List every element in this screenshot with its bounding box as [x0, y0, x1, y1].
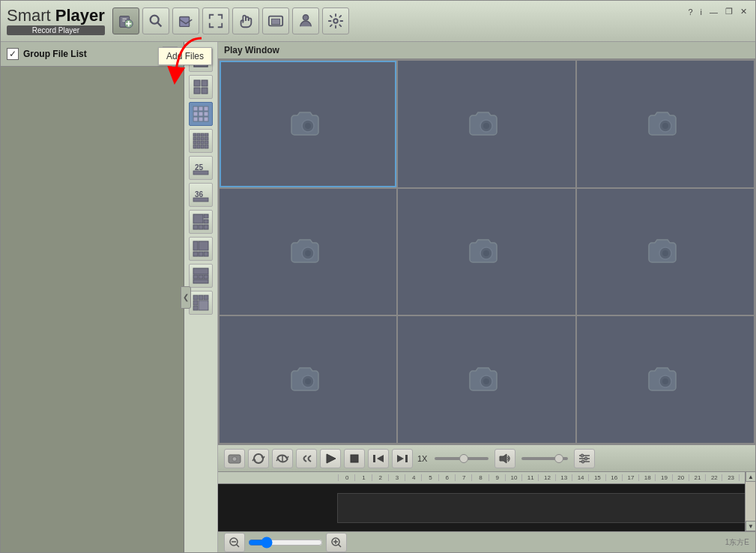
restore-button[interactable]: ❐ — [723, 7, 735, 16]
video-cell-0[interactable] — [220, 61, 396, 187]
layout-mixed1-button[interactable] — [189, 210, 213, 234]
prev-frame-button[interactable] — [368, 449, 389, 468]
svg-rect-39 — [193, 137, 196, 140]
audio-settings-button[interactable] — [574, 449, 595, 468]
zoom-in-button[interactable] — [326, 533, 347, 552]
left-sidebar: Group File List — [1, 42, 184, 552]
layout-mixed2-icon — [193, 241, 209, 257]
speed-slider[interactable] — [432, 453, 492, 465]
scrollbar-down-button[interactable]: ▼ — [746, 521, 755, 531]
svg-point-88 — [662, 250, 668, 256]
video-cell-8[interactable] — [577, 316, 754, 443]
video-cell-2[interactable] — [577, 61, 754, 187]
ruler-mark-4: 4 — [405, 474, 421, 481]
camera-icon-6 — [290, 360, 326, 399]
svg-rect-32 — [193, 117, 198, 121]
hand-button[interactable] — [232, 7, 259, 34]
main-area: Group File List ❮ — [1, 42, 755, 552]
app-title-player: Player — [55, 6, 105, 25]
scrollbar-up-button[interactable]: ▲ — [746, 471, 755, 482]
svg-rect-62 — [199, 241, 208, 250]
svg-rect-65 — [204, 252, 208, 256]
svg-rect-73 — [204, 295, 208, 300]
svg-rect-27 — [199, 106, 203, 111]
rewind-icon — [300, 453, 313, 465]
layout-36-button[interactable]: 36 — [189, 183, 213, 207]
speed-label: 1X — [417, 454, 427, 463]
svg-rect-52 — [193, 171, 208, 175]
video-cell-5[interactable] — [577, 189, 754, 315]
zoom-out-button[interactable] — [224, 533, 245, 552]
sync-button[interactable] — [272, 449, 293, 468]
svg-rect-75 — [199, 300, 208, 310]
watermark: 1东方E — [725, 537, 749, 548]
timeline-track[interactable] — [337, 493, 752, 523]
snapshot-button[interactable] — [224, 449, 245, 468]
layout-4x4-button[interactable] — [189, 129, 213, 153]
svg-point-82 — [662, 123, 668, 129]
add-files-button[interactable] — [112, 7, 139, 34]
svg-rect-71 — [193, 295, 198, 300]
play-button[interactable] — [320, 449, 341, 468]
layout-mixed1-icon — [193, 214, 209, 230]
fullscreen-button[interactable] — [202, 7, 229, 34]
layout-mixed4-button[interactable] — [189, 291, 213, 315]
app-title-smart: Smart — [7, 6, 51, 25]
video-cell-6[interactable] — [220, 316, 396, 443]
minimize-button[interactable]: — — [707, 7, 720, 16]
svg-rect-59 — [199, 225, 203, 229]
ruler-mark-18: 18 — [638, 474, 655, 481]
video-cell-1[interactable] — [398, 61, 575, 187]
ruler-mark-9: 9 — [489, 474, 505, 481]
settings-button[interactable] — [322, 7, 349, 34]
sidebar-title: Group File List — [23, 49, 158, 59]
layout-mixed3-button[interactable] — [189, 264, 213, 288]
next-frame-button[interactable] — [392, 449, 413, 468]
svg-rect-55 — [193, 214, 203, 223]
sidebar-collapse-handle[interactable]: ❮ — [181, 286, 191, 309]
video-cell-7[interactable] — [398, 316, 575, 443]
svg-rect-10 — [271, 19, 279, 24]
svg-rect-46 — [205, 141, 208, 144]
layout-mixed2-button[interactable] — [189, 237, 213, 261]
svg-point-92 — [483, 378, 489, 384]
fit-button[interactable] — [262, 7, 289, 34]
camera-icon-8 — [647, 360, 683, 399]
layout-36-icon: 36 — [193, 187, 209, 203]
svg-rect-63 — [193, 252, 198, 256]
svg-marker-104 — [500, 454, 506, 463]
svg-rect-102 — [405, 455, 408, 462]
layout-3x3-button[interactable] — [189, 102, 213, 126]
timeline-scrollbar[interactable]: ▲ ▼ — [745, 471, 755, 531]
svg-text:36: 36 — [195, 190, 204, 199]
help-button[interactable]: ? — [686, 7, 695, 16]
video-cell-4[interactable] — [398, 189, 575, 315]
timeline-content[interactable] — [218, 484, 755, 531]
rewind-button[interactable] — [296, 449, 317, 468]
person-button[interactable] — [292, 7, 319, 34]
ruler-mark-21: 21 — [689, 474, 705, 481]
layout-25-button[interactable]: 25 — [189, 156, 213, 180]
play-area: Play Window — [218, 42, 755, 552]
svg-rect-50 — [205, 145, 208, 148]
search-button[interactable] — [142, 7, 169, 34]
loop-button[interactable] — [248, 449, 269, 468]
info-button[interactable]: i — [698, 7, 704, 16]
stop-button[interactable] — [344, 449, 365, 468]
open-file-button[interactable] — [172, 7, 199, 34]
svg-rect-56 — [204, 214, 208, 218]
close-button[interactable]: ✕ — [738, 7, 749, 16]
volume-button[interactable] — [495, 449, 515, 468]
svg-rect-31 — [204, 112, 208, 116]
scrollbar-track — [746, 482, 755, 521]
group-file-checkbox[interactable] — [7, 48, 19, 60]
svg-point-6 — [151, 16, 159, 24]
play-icon — [324, 453, 337, 465]
volume-slider[interactable] — [518, 453, 571, 465]
ruler-mark-0: 0 — [338, 474, 354, 481]
video-cell-3[interactable] — [220, 189, 396, 315]
person-icon — [297, 13, 314, 29]
zoom-slider[interactable] — [248, 537, 323, 549]
snapshot-icon — [228, 453, 241, 465]
svg-rect-66 — [193, 268, 208, 274]
